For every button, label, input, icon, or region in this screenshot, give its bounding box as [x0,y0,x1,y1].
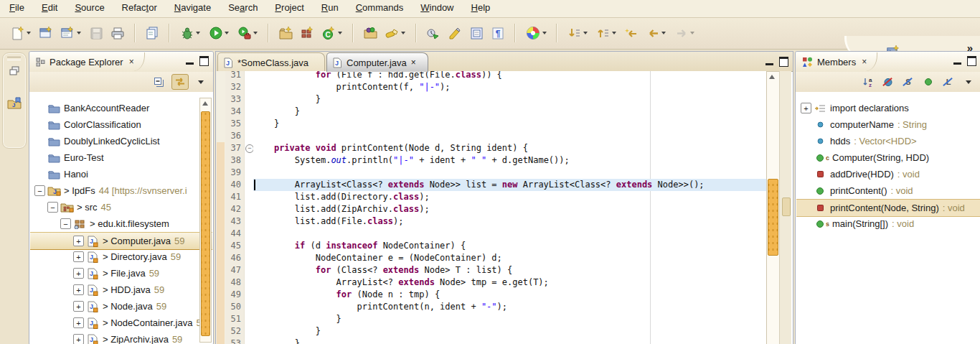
dropdown-arrow-icon[interactable] [27,32,31,34]
external-tools-button[interactable] [235,23,260,43]
editor-minimize-button[interactable] [765,57,773,65]
java-fastview-folder-icon[interactable]: J [6,95,22,111]
tree-item-euro-test[interactable]: Euro-Test [30,149,212,166]
tree-expander[interactable]: + [73,301,84,312]
member-item-adddrive-hdd-[interactable]: addDrive(HDD) : void [796,166,980,182]
dropdown-arrow-icon[interactable] [690,32,694,34]
tree-item-doublylinkedcycliclist[interactable]: DoublyLinkedCyclicList [30,133,212,149]
minimize-button[interactable] [953,56,961,65]
tree-item-hanoi[interactable]: Hanoi [30,166,212,182]
code-line-32[interactable]: printContent(f, "|-"); [253,81,451,93]
new-java-project-button[interactable] [276,23,295,43]
dropdown-arrow-icon[interactable] [612,32,616,34]
hide-static-toggle[interactable]: S [900,75,916,89]
tree-item-bankaccountreader[interactable]: BankAccountReader [30,100,212,116]
code-line-45[interactable]: if (d instanceof NodeContainer) { [253,240,466,252]
code-line-47[interactable]: for (Class<? extends Node> T : list) { [253,264,512,276]
tree-expander[interactable]: + [73,268,84,279]
code-line-43[interactable]: list.add(File.class); [253,215,404,228]
tree-item-colorclassification[interactable]: ColorClassification [30,116,212,133]
code-line-42[interactable]: list.add(ZipArchiv.class); [253,203,430,215]
color-wheel-button[interactable] [523,23,549,43]
open-type-button[interactable] [361,23,380,43]
tree-expander[interactable]: − [60,218,71,229]
code-line-41[interactable]: list.add(Directory.class); [253,191,430,203]
member-item-printcontent-node-string-[interactable]: printContent(Node, String) : void [796,199,980,217]
code-line-49[interactable]: for (Node n : tmp) { [253,289,440,301]
scroll-up-arrow[interactable] [769,75,775,79]
code-line-50[interactable]: printContent(n, ident + "-"); [253,301,507,313]
scroll-up-arrow[interactable] [202,101,208,106]
tree-expander[interactable]: + [73,317,84,328]
code-line-31[interactable]: for (File f : hdd.get(File.class)) { [253,71,502,81]
tree-item-hdd-java[interactable]: +J> HDD.java59 [30,282,212,298]
tree-expander[interactable]: + [73,334,84,344]
code-line-34[interactable]: } [253,106,300,118]
scrollbar-thumb[interactable] [201,111,210,336]
code-line-40[interactable]: ArrayList<Class<? extends Node>> list = … [253,179,705,191]
next-annotation-button[interactable] [565,23,590,43]
new-wizard-button[interactable] [8,23,34,43]
search-button[interactable] [382,23,408,43]
tree-item-computer-java[interactable]: +J> Computer.java59 [30,232,212,250]
member-expander[interactable]: + [801,103,811,113]
show-source-button[interactable] [467,23,486,43]
back-button[interactable] [644,23,669,43]
member-item-printcontent-[interactable]: printContent() : void [796,182,980,199]
tree-item-src[interactable]: −> src45 [30,199,212,215]
new-class-button[interactable]: C [319,23,345,43]
package-explorer-tab[interactable]: Package Explorer × [31,52,145,71]
menu-file[interactable]: File [1,0,32,15]
folding-ruler[interactable]: − [244,71,254,344]
overview-range-marker[interactable] [782,197,791,216]
tree-item-file-java[interactable]: +J> File.java59 [30,265,212,282]
menu-commands[interactable]: Commands [348,0,412,15]
maximize-button[interactable] [199,56,209,66]
line-number-ruler[interactable]: 3132333435363738394041424344454647484950… [225,71,244,344]
dropdown-arrow-icon[interactable] [77,32,81,34]
dropdown-arrow-icon[interactable] [225,32,229,34]
run-last-tool-button[interactable] [424,23,443,43]
hide-local-types-toggle[interactable]: L [941,75,956,89]
show-whitespace-button[interactable]: ¶ [489,23,507,43]
code-line-38[interactable]: System.out.println("|-" + ident + " " + … [253,154,570,167]
show-public-toggle[interactable] [920,75,936,89]
tree-expander[interactable]: + [73,251,84,262]
menu-window[interactable]: Window [413,0,461,15]
members-tab[interactable]: Members × [797,52,877,71]
new-package-button[interactable] [298,23,316,43]
debug-button[interactable] [177,23,203,43]
view-menu-button[interactable] [961,75,976,89]
dropdown-arrow-icon[interactable] [196,32,200,34]
menu-run[interactable]: Run [314,0,347,15]
new-window-button[interactable] [37,23,55,43]
save-all-button[interactable] [143,23,161,43]
collapse-all-button[interactable] [151,75,167,89]
dropdown-arrow-icon[interactable] [338,32,342,34]
editor-tab-computer-java[interactable]: JComputer.java× [326,52,428,72]
hide-fields-toggle[interactable] [880,75,896,89]
dropdown-arrow-icon[interactable] [583,32,588,34]
close-icon[interactable]: × [129,57,134,67]
menu-refactor[interactable]: Refactor [114,0,165,15]
restore-view-icon[interactable] [6,63,22,79]
code-line-48[interactable]: ArrayList<? extends Node> tmp = e.get(T)… [253,276,549,289]
code-line-51[interactable]: } [253,313,341,325]
scrollbar-thumb[interactable] [768,179,778,256]
print-button[interactable] [108,23,127,43]
tree-expander[interactable]: − [34,185,45,196]
close-icon[interactable]: × [411,57,416,68]
dropdown-arrow-icon[interactable] [661,32,666,34]
minimize-button[interactable] [186,56,194,65]
tree-item-ipdfs[interactable]: −J> IpdFs44 [https://svnserver.i [30,182,212,199]
dropdown-arrow-icon[interactable] [253,32,258,34]
code-text-area[interactable]: for (File f : hdd.get(File.class)) { pri… [253,71,766,344]
code-line-35[interactable]: } [253,118,279,130]
annotation-ruler[interactable] [216,71,226,344]
tree-expander[interactable]: − [47,202,58,213]
fast-view-handle[interactable] [7,57,21,60]
member-item-hdds[interactable]: hdds : Vector<HDD> [796,133,980,149]
menu-search[interactable]: Search [220,0,265,15]
mark-occurrences-button[interactable] [446,23,464,43]
code-line-33[interactable]: } [253,93,321,106]
